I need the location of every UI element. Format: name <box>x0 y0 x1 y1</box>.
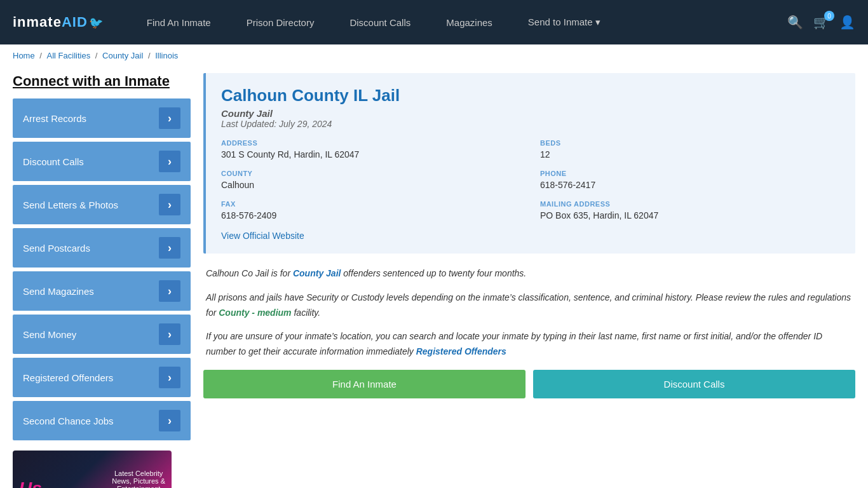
sidebar-title: Connect with an Inmate <box>13 73 191 90</box>
sidebar-label-second-chance: Second Chance Jobs <box>23 416 114 426</box>
sidebar-label-discount-calls: Discount Calls <box>23 156 84 167</box>
arrow-icon: › <box>159 151 180 172</box>
arrow-icon: › <box>159 194 180 215</box>
logo-inmate: inmate <box>13 14 62 30</box>
sidebar-label-send-postcards: Send Postcards <box>23 243 90 254</box>
beds-value: 12 <box>540 149 840 159</box>
phone-label: PHONE <box>540 170 840 177</box>
sidebar-label-arrest-records: Arrest Records <box>23 113 86 124</box>
nav-prison-directory[interactable]: Prison Directory <box>229 0 332 44</box>
phone-block: PHONE 618-576-2417 <box>540 170 840 190</box>
phone-value: 618-576-2417 <box>540 180 840 190</box>
county-label: COUNTY <box>221 170 521 177</box>
arrow-icon: › <box>159 323 180 345</box>
search-icon: 🔍 <box>787 15 803 30</box>
beds-block: BEDS 12 <box>540 139 840 159</box>
desc-para1-pre: Calhoun Co Jail is for <box>206 268 293 278</box>
facility-last-updated: Last Updated: July 29, 2024 <box>221 119 840 129</box>
desc-registered-offenders-link[interactable]: Registered Offenders <box>416 346 506 356</box>
desc-para1-post: offenders sentenced up to twenty four mo… <box>341 268 526 278</box>
nav-discount-calls[interactable]: Discount Calls <box>332 0 428 44</box>
facility-description: Calhoun Co Jail is for County Jail offen… <box>203 266 855 360</box>
navbar: inmateAID🐦 Find An Inmate Prison Directo… <box>0 0 868 44</box>
breadcrumb-all-facilities[interactable]: All Facilities <box>47 51 91 60</box>
desc-county-jail-link[interactable]: County Jail <box>293 268 341 278</box>
official-site-block: View Official Website <box>221 231 304 241</box>
desc-para3-pre: If you are unsure of your inmate’s locat… <box>206 331 822 356</box>
sidebar-item-send-money[interactable]: Send Money › <box>13 315 191 354</box>
user-icon: 👤 <box>839 15 855 30</box>
info-grid: ADDRESS 301 S County Rd, Hardin, IL 6204… <box>221 139 840 220</box>
arrow-icon: › <box>159 107 180 129</box>
sidebar-item-arrest-records[interactable]: Arrest Records › <box>13 98 191 138</box>
breadcrumb-home[interactable]: Home <box>13 51 35 60</box>
county-block: COUNTY Calhoun <box>221 170 521 190</box>
desc-para1: Calhoun Co Jail is for County Jail offen… <box>206 266 853 281</box>
beds-label: BEDS <box>540 139 840 147</box>
desc-para2: All prisons and jails have Security or C… <box>206 290 853 321</box>
mailing-value: PO Box 635, Hardin, IL 62047 <box>540 210 840 220</box>
breadcrumb: Home / All Facilities / County Jail / Il… <box>0 44 868 67</box>
arrow-icon: › <box>159 410 180 431</box>
address-block: ADDRESS 301 S County Rd, Hardin, IL 6204… <box>221 139 521 159</box>
fax-block: FAX 618-576-2409 <box>221 200 521 220</box>
ad-description: Latest Celebrity News, Pictures & Entert… <box>112 470 165 489</box>
sidebar-item-send-magazines[interactable]: Send Magazines › <box>13 271 191 311</box>
nav-links: Find An Inmate Prison Directory Discount… <box>129 0 787 44</box>
nav-find-inmate[interactable]: Find An Inmate <box>129 0 229 44</box>
facility-name: Calhoun County IL Jail <box>221 86 840 105</box>
arrow-icon: › <box>159 367 180 388</box>
logo-text: inmateAID🐦 <box>13 14 104 30</box>
arrow-icon: › <box>159 237 180 259</box>
cart-button[interactable]: 🛒 0 <box>813 15 829 30</box>
arrow-icon: › <box>159 280 180 302</box>
address-value: 301 S County Rd, Hardin, IL 62047 <box>221 149 521 159</box>
sidebar-item-registered-offenders[interactable]: Registered Offenders › <box>13 358 191 397</box>
sidebar-ad[interactable]: Us Latest Celebrity News, Pictures & Ent… <box>13 451 172 488</box>
logo[interactable]: inmateAID🐦 <box>13 14 104 30</box>
nav-icons: 🔍 🛒 0 👤 <box>787 15 855 30</box>
sidebar-item-discount-calls[interactable]: Discount Calls › <box>13 142 191 181</box>
desc-county-medium-link[interactable]: County - medium <box>219 308 291 318</box>
find-inmate-button[interactable]: Find An Inmate <box>203 370 526 398</box>
nav-magazines[interactable]: Magazines <box>428 0 510 44</box>
detail-panel: Calhoun County IL Jail County Jail Last … <box>203 73 855 488</box>
nav-send-to-inmate[interactable]: Send to Inmate ▾ <box>510 0 618 44</box>
sidebar-item-send-postcards[interactable]: Send Postcards › <box>13 228 191 268</box>
sidebar: Connect with an Inmate Arrest Records › … <box>13 73 191 488</box>
sidebar-label-send-magazines: Send Magazines <box>23 286 94 297</box>
cart-badge: 0 <box>824 11 834 21</box>
breadcrumb-state[interactable]: Illinois <box>155 51 178 60</box>
sidebar-item-second-chance[interactable]: Second Chance Jobs › <box>13 401 191 440</box>
facility-type: County Jail <box>221 108 840 119</box>
logo-bird-icon: 🐦 <box>89 17 104 29</box>
sidebar-item-send-letters[interactable]: Send Letters & Photos › <box>13 185 191 224</box>
logo-aid: AID <box>62 14 88 30</box>
sidebar-label-registered-offenders: Registered Offenders <box>23 372 113 383</box>
facility-card: Calhoun County IL Jail County Jail Last … <box>203 73 855 254</box>
sidebar-label-send-letters: Send Letters & Photos <box>23 200 118 210</box>
mailing-label: MAILING ADDRESS <box>540 200 840 208</box>
search-button[interactable]: 🔍 <box>787 15 803 30</box>
discount-calls-button[interactable]: Discount Calls <box>533 370 855 398</box>
mailing-block: MAILING ADDRESS PO Box 635, Hardin, IL 6… <box>540 200 840 220</box>
breadcrumb-county-jail[interactable]: County Jail <box>102 51 143 60</box>
address-label: ADDRESS <box>221 139 521 147</box>
ad-text: Latest Celebrity News, Pictures & Entert… <box>105 463 172 489</box>
user-button[interactable]: 👤 <box>839 15 855 30</box>
fax-value: 618-576-2409 <box>221 210 521 220</box>
official-site-link[interactable]: View Official Website <box>221 231 304 241</box>
sidebar-label-send-money: Send Money <box>23 329 76 340</box>
desc-para3: If you are unsure of your inmate’s locat… <box>206 329 853 360</box>
bottom-buttons: Find An Inmate Discount Calls <box>203 370 855 398</box>
county-value: Calhoun <box>221 180 521 190</box>
ad-logo: Us <box>13 472 48 488</box>
desc-para2-post: facility. <box>292 308 321 318</box>
main-content: Connect with an Inmate Arrest Records › … <box>0 67 868 488</box>
fax-label: FAX <box>221 200 521 208</box>
